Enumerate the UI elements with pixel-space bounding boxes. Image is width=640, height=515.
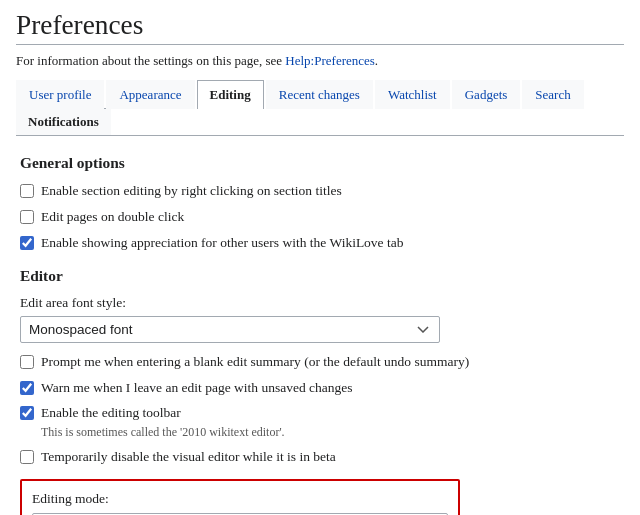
tab-appearance[interactable]: Appearance [106,80,194,109]
tab-gadgets[interactable]: Gadgets [452,80,521,109]
editing-mode-box: Editing mode: Show me both editor tabs V… [20,479,460,515]
info-text: For information about the settings on th… [16,53,285,68]
tab-watchlist[interactable]: Watchlist [375,80,450,109]
font-style-label: Edit area font style: [20,295,620,311]
checkbox-visual-editor[interactable] [20,450,34,464]
label-visual-editor[interactable]: Temporarily disable the visual editor wh… [41,448,336,467]
tab-notifications[interactable]: Notifications [16,108,111,135]
tab-user-profile[interactable]: User profile [16,80,104,109]
tabs-row1: User profile Appearance Editing Recent c… [16,79,586,108]
editing-mode-label: Editing mode: [32,491,448,507]
checkbox-unsaved-changes[interactable] [20,381,34,395]
editor-section: Editor Edit area font style: Monospaced … [20,267,620,467]
tab-search[interactable]: Search [522,80,583,109]
option-blank-summary: Prompt me when entering a blank edit sum… [20,353,620,372]
info-line: For information about the settings on th… [16,53,624,69]
checkbox-section-editing[interactable] [20,184,34,198]
option-double-click: Edit pages on double click [20,208,620,227]
editing-toolbar-sub: This is sometimes called the '2010 wikit… [41,424,285,441]
option-unsaved-changes: Warn me when I leave an edit page with u… [20,379,620,398]
font-style-select[interactable]: Monospaced font Sans-serif font Serif fo… [20,316,440,343]
label-editing-toolbar[interactable]: Enable the editing toolbar This is somet… [41,404,285,441]
editor-header: Editor [20,267,620,285]
content-area: General options Enable section editing b… [16,136,624,515]
tab-recent-changes[interactable]: Recent changes [266,80,373,109]
option-editing-toolbar: Enable the editing toolbar This is somet… [20,404,620,441]
general-options-section: General options Enable section editing b… [20,154,620,253]
label-unsaved-changes[interactable]: Warn me when I leave an edit page with u… [41,379,353,398]
checkbox-editing-toolbar[interactable] [20,406,34,420]
page-title: Preferences [16,10,624,45]
checkbox-double-click[interactable] [20,210,34,224]
tabs-container: User profile Appearance Editing Recent c… [16,79,624,136]
option-wikilove: Enable showing appreciation for other us… [20,234,620,253]
option-section-editing: Enable section editing by right clicking… [20,182,620,201]
label-wikilove[interactable]: Enable showing appreciation for other us… [41,234,403,253]
checkbox-blank-summary[interactable] [20,355,34,369]
help-preferences-link[interactable]: Help:Preferences [285,53,375,68]
general-options-header: General options [20,154,620,172]
checkbox-wikilove[interactable] [20,236,34,250]
label-blank-summary[interactable]: Prompt me when entering a blank edit sum… [41,353,469,372]
label-section-editing[interactable]: Enable section editing by right clicking… [41,182,342,201]
label-double-click[interactable]: Edit pages on double click [41,208,184,227]
tab-editing[interactable]: Editing [197,80,264,109]
option-visual-editor: Temporarily disable the visual editor wh… [20,448,620,467]
